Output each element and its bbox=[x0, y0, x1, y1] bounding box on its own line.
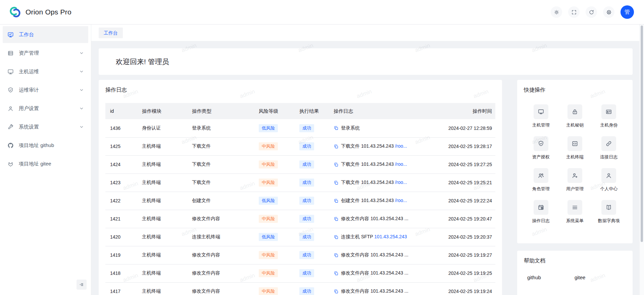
sidebar-item-audit[interactable]: 运维审计 bbox=[3, 82, 88, 98]
cell-type: 修改文件内容 bbox=[187, 282, 254, 295]
sidebar-item-gitee[interactable]: 项目地址 gitee bbox=[3, 155, 88, 172]
risk-badge: 中风险 bbox=[259, 179, 278, 187]
cell-module: 主机终端 bbox=[137, 155, 187, 174]
table-row: 1422 主机终端 创建文件 低风险 成功 创建文件 101.43.254.24… bbox=[105, 192, 495, 210]
gitee-link[interactable]: gitee bbox=[575, 275, 586, 280]
cell-log: 登录系统 bbox=[329, 119, 437, 137]
log-link[interactable]: /roo... bbox=[395, 143, 407, 149]
cell-log: 连接主机 SFTP 101.43.254.243 bbox=[329, 228, 437, 246]
cell-id: 1419 bbox=[105, 246, 137, 264]
quick-action-system-menu[interactable]: 系统菜单 bbox=[558, 200, 592, 224]
log-link[interactable]: /roo... bbox=[395, 198, 407, 203]
cell-result: 成功 bbox=[295, 282, 329, 295]
result-badge: 成功 bbox=[299, 179, 314, 187]
sidebar-item-github[interactable]: 项目地址 github bbox=[3, 137, 88, 154]
log-text: 修改文件内容 101.43.254.243 ... bbox=[341, 252, 408, 258]
copy-icon[interactable] bbox=[334, 198, 339, 203]
cell-log: 下载文件 101.43.254.243 /roo... bbox=[329, 174, 437, 192]
lock-icon bbox=[567, 104, 582, 119]
copy-icon[interactable] bbox=[334, 162, 339, 167]
quick-action-data-dict[interactable]: 数据字典项 bbox=[592, 200, 626, 224]
refresh-button[interactable] bbox=[586, 6, 597, 18]
quick-action-label: 主机身份 bbox=[600, 122, 617, 128]
cell-id: 1417 bbox=[105, 282, 137, 295]
sidebar-item-label: 项目地址 github bbox=[19, 142, 54, 149]
cell-id: 1420 bbox=[105, 228, 137, 246]
risk-badge: 低风险 bbox=[259, 197, 278, 205]
copy-icon[interactable] bbox=[334, 126, 339, 131]
sidebar-item-workbench[interactable]: 工作台 bbox=[3, 26, 88, 43]
calendar-clock-icon bbox=[534, 200, 548, 215]
chevron-down-icon bbox=[80, 69, 84, 73]
cell-risk: 低风险 bbox=[254, 192, 295, 210]
cell-result: 成功 bbox=[295, 210, 329, 228]
user-avatar[interactable]: 管 bbox=[621, 5, 634, 19]
cell-module: 主机终端 bbox=[137, 264, 187, 282]
copy-icon[interactable] bbox=[334, 289, 339, 294]
cell-risk: 中风险 bbox=[254, 174, 295, 192]
chevron-down-icon bbox=[80, 125, 84, 129]
cell-type: 下载文件 bbox=[187, 155, 254, 174]
breadcrumb-item-workbench[interactable]: 工作台 bbox=[99, 28, 123, 38]
sidebar-item-host-ops[interactable]: 主机运维 bbox=[3, 63, 88, 80]
cell-time: 2024-02-25 19:19:25 bbox=[437, 264, 495, 282]
theme-button[interactable] bbox=[551, 6, 562, 18]
result-badge: 成功 bbox=[299, 251, 314, 259]
sidebar-item-label: 运维审计 bbox=[19, 87, 39, 93]
quick-action-op-log[interactable]: 操作日志 bbox=[524, 200, 558, 224]
sidebar-item-assets[interactable]: 资产管理 bbox=[3, 45, 88, 61]
risk-badge: 中风险 bbox=[259, 251, 278, 259]
scrollbar-thumb[interactable] bbox=[641, 26, 643, 242]
table-row: 1423 主机终端 下载文件 中风险 成功 下载文件 101.43.254.24… bbox=[105, 174, 495, 192]
quick-action-asset-grant[interactable]: 资产授权 bbox=[524, 136, 558, 160]
quick-action-label: 个人中心 bbox=[600, 186, 617, 192]
welcome-card: 欢迎回来! 管理员 bbox=[99, 48, 633, 75]
cell-risk: 中风险 bbox=[254, 282, 295, 295]
cell-log: 下载文件 101.43.254.243 /roo... bbox=[329, 155, 437, 174]
app-header: Orion Ops Pro 管 bbox=[0, 0, 644, 24]
logo: Orion Ops Pro bbox=[9, 6, 71, 18]
shield-check-icon bbox=[534, 136, 548, 151]
cell-time: 2024-02-25 19:20:37 bbox=[437, 228, 495, 246]
settings-button[interactable] bbox=[603, 6, 614, 18]
copy-icon[interactable] bbox=[334, 253, 339, 258]
cell-result: 成功 bbox=[295, 155, 329, 174]
sidebar-item-user-settings[interactable]: 用户设置 bbox=[3, 100, 88, 117]
quick-action-host-terminal[interactable]: 主机终端 bbox=[558, 136, 592, 160]
help-docs-card: 帮助文档 github gitee bbox=[517, 251, 633, 295]
table-row: 1420 主机终端 连接主机终端 低风险 成功 连接主机 SFTP 101.43… bbox=[105, 228, 495, 246]
copy-icon[interactable] bbox=[334, 235, 339, 240]
copy-icon[interactable] bbox=[334, 271, 339, 276]
copy-icon[interactable] bbox=[334, 180, 339, 185]
fullscreen-button[interactable] bbox=[568, 6, 580, 18]
quick-action-user-manage[interactable]: 用户管理 bbox=[558, 168, 592, 192]
log-link[interactable]: /roo... bbox=[395, 161, 407, 167]
quick-action-profile[interactable]: 个人中心 bbox=[592, 168, 626, 192]
quick-action-connect-log[interactable]: 连接日志 bbox=[592, 136, 626, 160]
cell-risk: 中风险 bbox=[254, 155, 295, 174]
quick-action-host-key[interactable]: 主机秘钥 bbox=[558, 104, 592, 128]
user-plus-icon bbox=[567, 168, 582, 183]
log-link[interactable]: /roo... bbox=[395, 180, 407, 185]
cell-time: 2024-02-25 19:19:27 bbox=[437, 246, 495, 264]
cell-type: 下载文件 bbox=[187, 174, 254, 192]
cell-id: 1421 bbox=[105, 210, 137, 228]
operation-log-card: 操作日志 id 操作模块 操作类型 风险等级 执行结果 操作日志 操作时间 bbox=[99, 80, 502, 295]
outdent-icon bbox=[79, 282, 84, 287]
sidebar-collapse-button[interactable] bbox=[77, 280, 87, 290]
cell-result: 成功 bbox=[295, 174, 329, 192]
log-link[interactable]: 101.43.254.243 bbox=[374, 234, 407, 239]
copy-icon[interactable] bbox=[334, 216, 339, 222]
copy-icon[interactable] bbox=[334, 144, 339, 149]
id-card-icon bbox=[601, 104, 616, 119]
sidebar-item-label: 主机运维 bbox=[19, 68, 39, 75]
quick-action-label: 角色管理 bbox=[532, 186, 550, 192]
quick-action-role-manage[interactable]: 角色管理 bbox=[524, 168, 558, 192]
sidebar-item-system-settings[interactable]: 系统设置 bbox=[3, 118, 88, 135]
quick-action-host-identity[interactable]: 主机身份 bbox=[592, 104, 626, 128]
quick-action-host-manage[interactable]: 主机管理 bbox=[524, 104, 558, 128]
github-link[interactable]: github bbox=[527, 275, 541, 280]
cell-risk: 低风险 bbox=[254, 119, 295, 137]
cell-module: 主机终端 bbox=[137, 246, 187, 264]
sidebar-item-label: 项目地址 gitee bbox=[19, 161, 51, 167]
